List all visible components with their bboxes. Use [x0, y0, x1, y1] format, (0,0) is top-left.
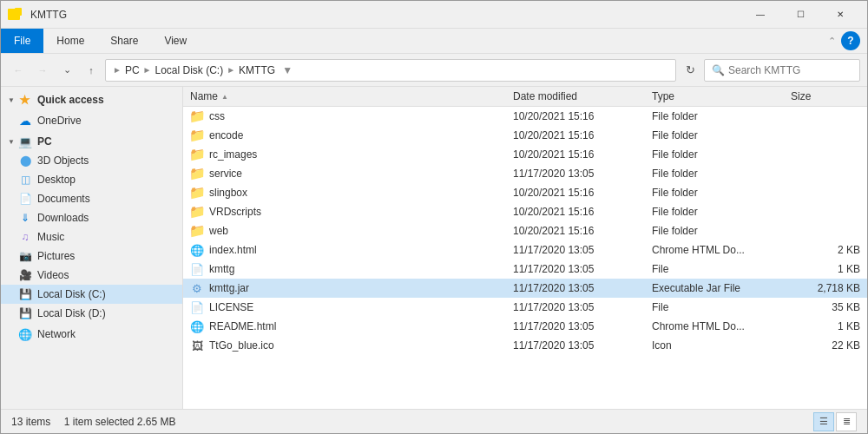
col-header-date[interactable]: Date modified: [513, 90, 652, 102]
explorer-window: KMTTG — ☐ ✕ File Home Share View ⌃ ? ← →…: [0, 0, 868, 434]
back-button[interactable]: ←: [8, 60, 29, 81]
search-icon: 🔍: [712, 64, 725, 76]
file-name-cell: 📁 web: [190, 224, 513, 238]
desktop-icon: ◫: [18, 173, 32, 187]
sidebar-item-quick-access[interactable]: ▼ ★ Quick access: [1, 90, 182, 109]
sidebar-item-local-disk-c[interactable]: 💾 Local Disk (C:): [1, 285, 182, 304]
file-name-cell: 🌐 README.html: [190, 319, 513, 333]
folder-icon: 📁: [190, 109, 206, 123]
window-controls: — ☐ ✕: [740, 1, 860, 29]
table-row[interactable]: 📄 kmttg 11/17/2020 13:05 File 1 KB: [183, 260, 867, 279]
file-list: Name ▲ Date modified Type Size �: [183, 87, 867, 409]
table-row[interactable]: 📁 slingbox 10/20/2021 15:16 File folder: [183, 183, 867, 202]
tab-home[interactable]: Home: [43, 29, 97, 53]
sidebar-item-onedrive[interactable]: ☁ OneDrive: [1, 111, 182, 130]
search-box[interactable]: 🔍: [704, 59, 860, 82]
sort-asc-icon: ▲: [221, 93, 228, 101]
table-row[interactable]: 📁 service 11/17/2020 13:05 File folder: [183, 164, 867, 183]
sidebar-label-local-disk-d: Local Disk (D:): [37, 307, 106, 319]
path-item-localdisk[interactable]: Local Disk (C:): [155, 64, 223, 76]
sidebar-item-desktop[interactable]: ◫ Desktop: [1, 170, 182, 189]
path-dropdown-icon[interactable]: ▼: [279, 64, 296, 76]
file-type-icon: 📁: [190, 224, 204, 238]
address-path[interactable]: ► PC ► Local Disk (C:) ► KMTTG ▼: [105, 59, 676, 82]
sidebar-item-music[interactable]: ♫ Music: [1, 227, 182, 247]
table-row[interactable]: 📁 rc_images 10/20/2021 15:16 File folder: [183, 145, 867, 164]
title-bar-icon: [8, 8, 22, 22]
folder-icon: 📁: [190, 224, 206, 238]
file-name-cell: 📄 kmttg: [190, 262, 513, 276]
ribbon-collapse-btn[interactable]: ⌃: [828, 36, 836, 47]
close-button[interactable]: ✕: [820, 1, 860, 29]
recent-locations-button[interactable]: ⌄: [56, 60, 77, 81]
table-row[interactable]: 🌐 README.html 11/17/2020 13:05 Chrome HT…: [183, 317, 867, 336]
path-item-kmttg[interactable]: KMTTG: [239, 64, 275, 76]
file-type-cell: File folder: [652, 110, 791, 122]
file-name-cell: 🖼 TtGo_blue.ico: [190, 339, 513, 352]
sidebar-item-network[interactable]: 🌐 Network: [1, 325, 182, 344]
sidebar-item-local-disk-d[interactable]: 💾 Local Disk (D:): [1, 304, 182, 323]
sidebar-item-documents[interactable]: 📄 Documents: [1, 189, 182, 208]
file-name: LICENSE: [209, 301, 253, 313]
forward-button[interactable]: →: [32, 60, 53, 81]
pc-icon: 💻: [18, 135, 32, 148]
table-row[interactable]: 📁 VRDscripts 10/20/2021 15:16 File folde…: [183, 202, 867, 221]
search-input[interactable]: [728, 64, 852, 76]
sidebar-item-videos[interactable]: 🎥 Videos: [1, 266, 182, 285]
ribbon: File Home Share View ⌃ ?: [1, 29, 867, 54]
file-name-cell: 📄 LICENSE: [190, 300, 513, 314]
file-type-cell: File folder: [652, 225, 791, 237]
sidebar-item-pictures[interactable]: 📷 Pictures: [1, 247, 182, 266]
tab-share[interactable]: Share: [97, 29, 151, 53]
sidebar-label-documents: Documents: [37, 193, 90, 205]
col-name-label: Name: [190, 90, 218, 102]
tab-view[interactable]: View: [151, 29, 200, 53]
music-icon: ♫: [18, 230, 32, 244]
sidebar-label-downloads: Downloads: [37, 212, 89, 224]
col-header-size[interactable]: Size: [791, 90, 860, 102]
disk-d-icon: 💾: [18, 306, 32, 320]
file-type-icon: 📁: [190, 167, 204, 181]
pictures-icon: 📷: [18, 249, 32, 263]
sidebar-item-downloads[interactable]: ⇓ Downloads: [1, 208, 182, 227]
file-date-cell: 10/20/2021 15:16: [513, 148, 652, 161]
table-row[interactable]: 📁 encode 10/20/2021 15:16 File folder: [183, 126, 867, 145]
table-row[interactable]: 🖼 TtGo_blue.ico 11/17/2020 13:05 Icon 22…: [183, 336, 867, 355]
file-size-cell: 22 KB: [791, 339, 860, 352]
col-header-name[interactable]: Name ▲: [190, 90, 513, 102]
table-row[interactable]: 📁 web 10/20/2021 15:16 File folder: [183, 221, 867, 240]
help-button[interactable]: ?: [841, 31, 860, 50]
file-name: slingbox: [209, 187, 247, 199]
sidebar-item-3d-objects[interactable]: ⬤ 3D Objects: [1, 151, 182, 170]
minimize-button[interactable]: —: [740, 1, 780, 29]
sidebar-section-network: 🌐 Network: [1, 325, 182, 344]
sidebar-item-pc[interactable]: ▼ 💻 PC: [1, 132, 182, 151]
file-name-cell: ⚙ kmttg.jar: [190, 281, 513, 295]
ico-icon: 🖼: [192, 339, 203, 352]
sidebar-label-quick-access: Quick access: [37, 94, 104, 106]
sidebar-label-local-disk-c: Local Disk (C:): [37, 288, 106, 300]
table-row[interactable]: 📄 LICENSE 11/17/2020 13:05 File 35 KB: [183, 298, 867, 317]
tab-file[interactable]: File: [1, 29, 43, 53]
file-name-cell: 📁 VRDscripts: [190, 205, 513, 219]
table-row[interactable]: 📁 css 10/20/2021 15:16 File folder: [183, 107, 867, 126]
file-type-cell: File folder: [652, 206, 791, 218]
details-view-button[interactable]: ☰: [813, 412, 834, 431]
list-view-button[interactable]: ≣: [836, 412, 857, 431]
refresh-button[interactable]: ↻: [680, 60, 700, 81]
table-row[interactable]: ⚙ kmttg.jar 11/17/2020 13:05 Executable …: [183, 279, 867, 298]
up-button[interactable]: ↑: [81, 60, 102, 81]
maximize-button[interactable]: ☐: [780, 1, 820, 29]
folder-icon: 📁: [190, 167, 206, 181]
path-separator-0: ►: [113, 65, 122, 75]
file-size-cell: 2 KB: [791, 244, 860, 256]
file-type-cell: Executable Jar File: [652, 282, 791, 294]
file-type-icon: 📄: [190, 262, 204, 276]
table-row[interactable]: 🌐 index.html 11/17/2020 13:05 Chrome HTM…: [183, 240, 867, 260]
col-header-type[interactable]: Type: [652, 90, 791, 102]
file-date-cell: 10/20/2021 15:16: [513, 187, 652, 199]
sidebar-label-onedrive: OneDrive: [37, 115, 82, 127]
path-item-pc[interactable]: PC: [125, 64, 140, 76]
file-type-icon: 📁: [190, 205, 204, 219]
file-type-icon: 🌐: [190, 319, 204, 333]
